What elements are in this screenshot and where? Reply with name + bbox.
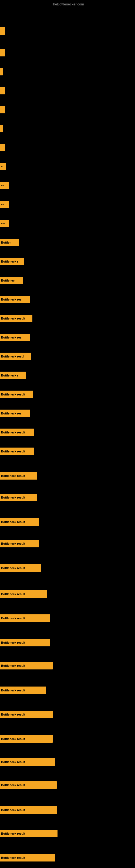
bar-item-31: Bottleneck result bbox=[0, 662, 53, 670]
bar-item-18: Bottleneck r bbox=[0, 372, 26, 379]
bar-item-14: Bottleneck res bbox=[0, 296, 30, 303]
bar-item-0 bbox=[0, 27, 5, 35]
bar-item-28: Bottleneck result bbox=[0, 590, 47, 598]
bar-item-21: Bottleneck result bbox=[0, 429, 34, 436]
bar-label-13: Bottlenec bbox=[0, 277, 23, 284]
bar-label-19: Bottleneck result bbox=[0, 391, 33, 398]
bar-item-36: Bottleneck result bbox=[0, 781, 57, 789]
bar-item-29: Bottleneck result bbox=[0, 614, 50, 622]
bar-item-3 bbox=[0, 87, 5, 94]
bar-label-14: Bottleneck res bbox=[0, 296, 30, 303]
bar-item-13: Bottlenec bbox=[0, 277, 23, 284]
bar-label-15: Bottleneck result bbox=[0, 315, 32, 322]
bar-label-10: Bot bbox=[0, 220, 9, 227]
bar-label-12: Bottleneck r bbox=[0, 258, 24, 265]
bar-label-8: Bo bbox=[0, 182, 9, 189]
bar-label-27: Bottleneck result bbox=[0, 564, 41, 572]
bar-label-20: Bottleneck res bbox=[0, 410, 30, 417]
bar-item-39: Bottleneck result bbox=[0, 854, 55, 862]
bar-item-6 bbox=[0, 144, 5, 151]
bar-label-25: Bottleneck result bbox=[0, 518, 39, 526]
bar-item-9: Bo bbox=[0, 201, 9, 208]
bar-item-16: Bottleneck res bbox=[0, 334, 30, 341]
bar-item-20: Bottleneck res bbox=[0, 410, 30, 417]
bar-label-39: Bottleneck result bbox=[0, 854, 55, 862]
bar-item-12: Bottleneck r bbox=[0, 258, 24, 265]
bar-item-37: Bottleneck result bbox=[0, 806, 57, 814]
bar-label-29: Bottleneck result bbox=[0, 614, 50, 622]
bar-label-16: Bottleneck res bbox=[0, 334, 30, 341]
bar-label-38: Bottleneck result bbox=[0, 830, 57, 837]
bar-label-22: Bottleneck result bbox=[0, 447, 34, 455]
bar-label-7: B bbox=[0, 163, 6, 170]
bar-item-30: Bottleneck result bbox=[0, 639, 50, 646]
bar-item-7: B bbox=[0, 163, 6, 170]
bar-label-31: Bottleneck result bbox=[0, 662, 53, 670]
bar-item-27: Bottleneck result bbox=[0, 564, 41, 572]
bar-label-0 bbox=[0, 27, 5, 35]
bar-label-11: Bottlen bbox=[0, 239, 19, 246]
bar-item-11: Bottlen bbox=[0, 239, 19, 246]
bar-label-26: Bottleneck result bbox=[0, 540, 39, 547]
bar-item-5 bbox=[0, 125, 3, 132]
bar-item-2 bbox=[0, 68, 3, 75]
bar-label-2 bbox=[0, 68, 3, 75]
bar-item-34: Bottleneck result bbox=[0, 735, 53, 743]
bar-item-33: Bottleneck result bbox=[0, 711, 53, 718]
bar-label-30: Bottleneck result bbox=[0, 639, 50, 646]
bar-item-35: Bottleneck result bbox=[0, 758, 55, 766]
bar-label-33: Bottleneck result bbox=[0, 711, 53, 718]
bar-label-28: Bottleneck result bbox=[0, 590, 47, 598]
bar-label-18: Bottleneck r bbox=[0, 372, 26, 379]
bar-label-37: Bottleneck result bbox=[0, 806, 57, 814]
bar-item-23: Bottleneck result bbox=[0, 472, 37, 479]
bar-item-15: Bottleneck result bbox=[0, 315, 32, 322]
bar-item-25: Bottleneck result bbox=[0, 518, 39, 526]
bar-label-3 bbox=[0, 87, 5, 94]
bar-label-23: Bottleneck result bbox=[0, 472, 37, 479]
bar-item-8: Bo bbox=[0, 182, 9, 189]
bar-item-1 bbox=[0, 49, 5, 56]
bar-item-38: Bottleneck result bbox=[0, 830, 57, 837]
bar-label-34: Bottleneck result bbox=[0, 735, 53, 743]
bar-label-9: Bo bbox=[0, 201, 9, 208]
bar-item-10: Bot bbox=[0, 220, 9, 227]
bar-label-4 bbox=[0, 106, 5, 113]
bar-label-36: Bottleneck result bbox=[0, 781, 57, 789]
bar-item-26: Bottleneck result bbox=[0, 540, 39, 547]
bar-label-17: Bottleneck resul bbox=[0, 352, 31, 360]
bar-label-24: Bottleneck result bbox=[0, 494, 37, 501]
bar-label-21: Bottleneck result bbox=[0, 429, 34, 436]
bar-item-32: Bottleneck result bbox=[0, 686, 46, 694]
bar-label-32: Bottleneck result bbox=[0, 686, 46, 694]
site-title: TheBottlenecker.com bbox=[0, 0, 135, 7]
bar-item-17: Bottleneck resul bbox=[0, 352, 31, 360]
bar-item-22: Bottleneck result bbox=[0, 447, 34, 455]
bar-label-35: Bottleneck result bbox=[0, 758, 55, 766]
bar-item-4 bbox=[0, 106, 5, 113]
bar-item-19: Bottleneck result bbox=[0, 391, 33, 398]
bar-label-1 bbox=[0, 49, 5, 56]
bar-item-24: Bottleneck result bbox=[0, 494, 37, 501]
bar-label-6 bbox=[0, 144, 5, 151]
bar-label-5 bbox=[0, 125, 3, 132]
